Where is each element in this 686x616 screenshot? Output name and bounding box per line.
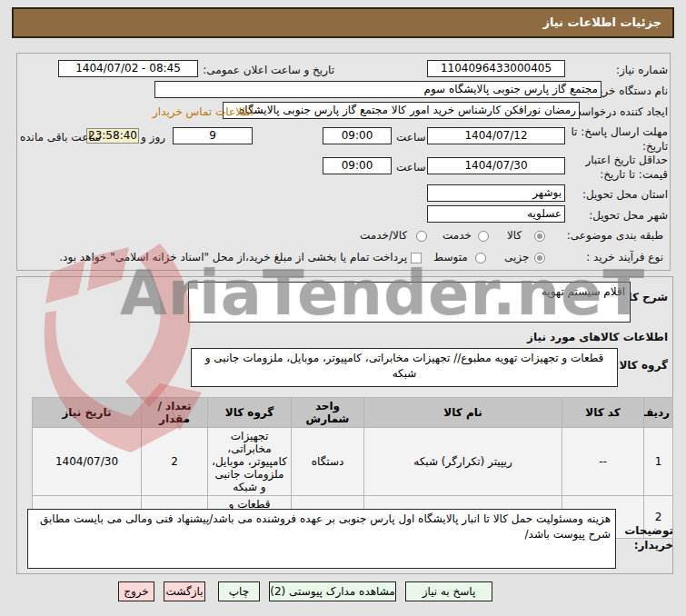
page-title: جزئیات اطلاعات نیاز: [542, 15, 661, 29]
group-label: گروه کالا:: [615, 359, 668, 372]
exit-button[interactable]: خروج: [118, 581, 154, 601]
price-validity-date-field[interactable]: 1404/07/30: [427, 157, 565, 174]
process-type-label: نوع فرآیند خرید :: [586, 251, 663, 263]
reply-hour-label: ساعت: [396, 131, 426, 144]
radio-goods[interactable]: [534, 231, 545, 242]
need-desc-textarea[interactable]: اقلام سیستم تهویه: [188, 282, 631, 323]
need-number-label: شماره نیاز:: [616, 64, 668, 76]
cell-date: 1404/07/30: [33, 428, 142, 496]
price-time-value: 09:00: [342, 158, 373, 174]
announce-datetime-field[interactable]: 1404/07/02 - 08:45: [58, 60, 198, 77]
reply-time-field[interactable]: 09:00: [323, 127, 392, 144]
cell-date-value: 1404/07/30: [55, 455, 118, 468]
price-validity-label: حداقل تاریخ اعتبار قیمت: تا تاریخ:: [570, 153, 668, 182]
cell-qty: 2: [142, 428, 208, 496]
items-table-header-row: ردیف کد کالا نام کالا واحد شمارش گروه کا…: [33, 398, 673, 428]
buyer-org-field[interactable]: مجتمع گاز پارس جنوبی پالایشگاه سوم: [154, 81, 601, 98]
back-button[interactable]: بازگشت: [164, 581, 205, 601]
col-qty: تعداد / مقدار: [142, 398, 208, 428]
reply-deadline-label: مهلت ارسال پاسخ: تا تاریخ:: [570, 124, 668, 154]
days-label: روز و: [141, 131, 165, 144]
radio-minor[interactable]: [534, 253, 545, 263]
price-time-field[interactable]: 09:00: [323, 157, 392, 174]
group-textarea[interactable]: قطعات و تجهیزات تهویه مطبوع// تجهیزات مخ…: [191, 348, 618, 387]
need-number-field[interactable]: 1104096433000405: [427, 60, 565, 77]
treasury-note: پرداخت تمام یا بخشی از مبلغ خرید،از محل …: [59, 251, 407, 263]
radio-medium[interactable]: [475, 253, 486, 263]
col-group: گروه کالا: [208, 398, 292, 428]
need-details-page: { "header": { "title": "جزئیات اطلاعات ن…: [0, 0, 686, 616]
hours-remaining-label: ساعت باقی مانده: [20, 131, 101, 144]
price-hour-label: ساعت: [396, 161, 426, 174]
col-date: تاریخ نیاز: [33, 398, 142, 428]
radio-goods-service-label: کالا/خدمت: [360, 229, 407, 242]
buyer-notes-textarea[interactable]: هزینه ومسئولیت حمل کالا تا انبار پالایشگ…: [27, 509, 616, 569]
print-button[interactable]: چاپ: [218, 581, 260, 601]
radio-goods-label: کالا: [507, 229, 522, 242]
cell-code: --: [562, 428, 644, 496]
reply-button[interactable]: پاسخ به نیاز: [405, 581, 492, 601]
col-index: ردیف: [644, 398, 673, 428]
radio-minor-label: جزیی: [504, 251, 529, 263]
buyer-notes-label: توضیحات خریدار:: [617, 523, 673, 552]
days-left-value: 9: [209, 128, 216, 144]
table-row: 1 -- ریپیتر (تکرارگر) شبکه دستگاه تجهیزا…: [33, 428, 673, 496]
radio-service-label: خدمت: [442, 229, 472, 242]
province-field[interactable]: بوشهر: [427, 184, 565, 202]
reply-deadline-date-field[interactable]: 1404/07/12: [427, 127, 565, 144]
treasury-checkbox[interactable]: [411, 253, 422, 263]
radio-goods-service[interactable]: [416, 231, 427, 242]
province-label: استان محل تحویل:: [582, 188, 668, 201]
creator-field[interactable]: رمضان نورافکن کارشناس خرید امور کالا مجت…: [223, 102, 580, 119]
page-title-bar: جزئیات اطلاعات نیاز: [12, 7, 674, 38]
reply-time-value: 09:00: [342, 128, 373, 144]
creator-label: ایجاد کننده درخواست:: [567, 105, 668, 118]
attachments-button[interactable]: مشاهده مدارک پیوستی (2): [269, 581, 396, 601]
city-label: شهر محل تحویل:: [589, 209, 668, 222]
radio-medium-label: متوسط: [433, 251, 468, 263]
city-field[interactable]: عسلویه: [427, 205, 565, 223]
cell-group: تجهیزات مخابراتی، کامپیوتر، موبایل، ملزو…: [208, 428, 292, 496]
announce-datetime-value: 1404/07/02 - 08:45: [75, 61, 181, 76]
items-heading: اطلاعات کالاهای مورد نیاز: [527, 331, 668, 343]
cell-index: 1: [644, 428, 673, 496]
announce-datetime-label: تاریخ و ساعت اعلان عمومی:: [203, 64, 334, 76]
col-unit: واحد شمارش: [292, 398, 364, 428]
radio-service[interactable]: [478, 231, 489, 242]
col-name: نام کالا: [364, 398, 562, 428]
buyer-contact-link[interactable]: اطلاعات تماس خریدار: [153, 105, 254, 118]
reply-deadline-date: 1404/07/12: [464, 128, 527, 144]
col-code: کد کالا: [562, 398, 644, 428]
days-left-field[interactable]: 9: [173, 127, 253, 144]
cell-unit: دستگاه: [292, 428, 364, 496]
cell-name: ریپیتر (تکرارگر) شبکه: [364, 428, 562, 496]
need-number-value: 1104096433000405: [441, 61, 552, 76]
price-validity-date: 1404/07/30: [464, 158, 527, 174]
classification-label: طبقه بندی موضوعی:: [567, 229, 663, 242]
